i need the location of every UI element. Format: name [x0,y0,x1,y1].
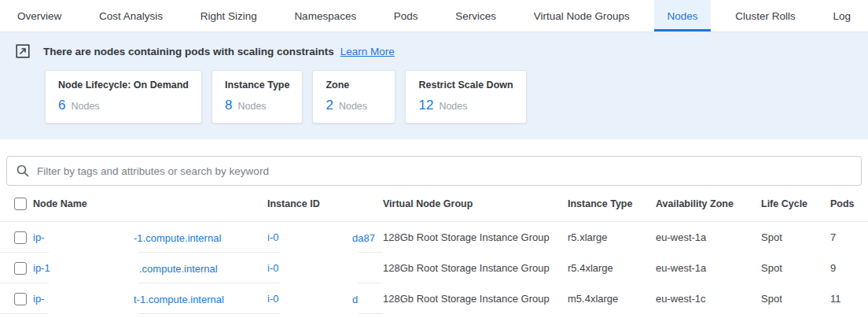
col-node-name: Node Name [33,198,267,209]
availability-zone-cell: eu-west-1a [656,262,761,274]
learn-more-link[interactable]: Learn More [340,46,395,57]
tab-overview[interactable]: Overview [5,0,74,31]
col-virtual-node-group: Virtual Node Group [383,198,568,209]
availability-zone-cell: eu-west-1c [656,293,761,305]
card-unit: Nodes [339,101,367,112]
card-count: 8 [225,98,232,113]
instance-type-cell: r5.4xlarge [568,262,656,274]
virtual-node-group-cell: 128Gb Root Storage Instance Group [383,231,568,243]
pods-cell: 9 [830,262,868,274]
row-checkbox[interactable] [14,293,27,305]
table-row[interactable]: ip-1.compute.internal i-0 128Gb Root Sto… [0,253,868,283]
col-availability-zone: Availability Zone [656,198,761,209]
tab-namespaces[interactable]: Namespaces [281,0,369,31]
col-pods: Pods [830,198,868,209]
availability-zone-cell: eu-west-1a [656,231,761,243]
node-name-link[interactable]: t-1.compute.internal [134,293,224,305]
node-name-link[interactable]: ip-1 [33,262,50,274]
search-icon [17,165,29,177]
life-cycle-cell: Spot [761,262,830,274]
card-instance-type[interactable]: Instance Type 8Nodes [211,70,303,124]
tab-right-sizing[interactable]: Right Sizing [188,0,270,31]
instance-id-link[interactable]: i-0 [267,231,278,243]
tab-services[interactable]: Services [443,0,509,31]
table-row[interactable]: ip--1.compute.internal i-0da87 128Gb Roo… [0,222,868,253]
banner-message: There are nodes containing pods with sca… [43,46,334,57]
card-title: Node Lifecycle: On Demand [58,80,189,91]
card-unit: Nodes [71,101,99,112]
pods-cell: 11 [830,293,868,305]
instance-id-link[interactable]: da87 [352,231,375,243]
search-input[interactable] [37,165,861,177]
row-checkbox[interactable] [14,262,27,275]
card-title: Zone [326,80,382,91]
filter-search-box [6,156,862,186]
card-count: 12 [418,98,433,113]
scale-constraint-icon [16,44,30,58]
card-node-lifecycle[interactable]: Node Lifecycle: On Demand 6Nodes [45,70,202,124]
tab-log[interactable]: Log [820,0,863,31]
instance-id-link[interactable]: i-0 [267,293,278,305]
card-count: 2 [326,98,333,113]
card-unit: Nodes [439,101,467,112]
tab-cost-analysis[interactable]: Cost Analysis [86,0,175,31]
col-instance-id: Instance ID [267,198,383,209]
card-title: Restrict Scale Down [418,80,513,91]
instance-id-link[interactable]: i-0 [267,262,278,274]
pods-cell: 7 [830,231,868,243]
nodes-table: Node Name Instance ID Virtual Node Group… [0,186,868,314]
row-checkbox[interactable] [14,231,27,244]
card-title: Instance Type [225,80,289,91]
card-restrict-scale-down[interactable]: Restrict Scale Down 12Nodes [405,70,526,124]
card-unit: Nodes [237,101,266,112]
instance-type-cell: m5.4xlarge [568,293,656,305]
node-name-link[interactable]: -1.compute.internal [134,231,221,243]
instance-id-link[interactable]: d [352,293,358,305]
tab-bar: Overview Cost Analysis Right Sizing Name… [0,0,868,32]
node-name-link[interactable]: .compute.internal [139,262,218,274]
instance-type-cell: r5.xlarge [568,231,656,243]
table-header-row: Node Name Instance ID Virtual Node Group… [0,186,868,222]
node-name-link[interactable]: ip- [33,231,44,243]
card-zone[interactable]: Zone 2Nodes [312,70,395,124]
life-cycle-cell: Spot [761,293,830,305]
tab-pods[interactable]: Pods [381,0,431,31]
table-row[interactable]: ip-t-1.compute.internal i-0d 128Gb Root … [0,283,868,314]
tab-virtual-node-groups[interactable]: Virtual Node Groups [521,0,642,31]
select-all-checkbox[interactable] [14,198,27,210]
col-instance-type: Instance Type [568,198,656,209]
virtual-node-group-cell: 128Gb Root Storage Instance Group [383,293,568,305]
scaling-constraints-banner: There are nodes containing pods with sca… [0,32,868,139]
tab-nodes[interactable]: Nodes [654,0,710,31]
virtual-node-group-cell: 128Gb Root Storage Instance Group [383,262,568,274]
card-count: 6 [58,98,65,113]
tab-cluster-rolls[interactable]: Cluster Rolls [723,0,808,31]
col-life-cycle: Life Cycle [761,198,830,209]
node-name-link[interactable]: ip- [33,293,44,305]
constraint-summary-cards: Node Lifecycle: On Demand 6Nodes Instanc… [45,70,852,124]
life-cycle-cell: Spot [761,231,830,243]
